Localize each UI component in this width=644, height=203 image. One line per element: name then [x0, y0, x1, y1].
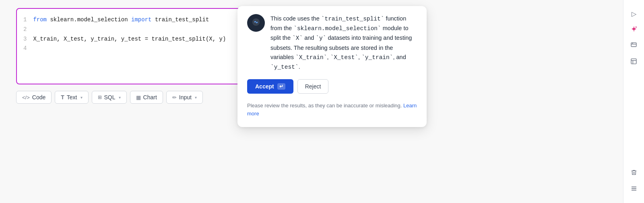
ai-avatar-icon	[252, 18, 260, 28]
line-number: 3	[23, 35, 27, 44]
comment-button[interactable]	[627, 39, 641, 53]
delete-button[interactable]	[627, 166, 641, 180]
reject-label: Reject	[305, 83, 321, 90]
chart-icon: ▦	[136, 94, 141, 100]
sql-chevron-icon: ▾	[119, 95, 121, 100]
line-number: 2	[23, 25, 27, 35]
play-icon: ▷	[632, 10, 636, 18]
sparkle-icon	[630, 25, 638, 34]
text-button-label: Text	[67, 94, 77, 100]
disclaimer-text: Please review the results, as they can b…	[247, 103, 402, 109]
accept-label: Accept	[255, 83, 274, 90]
text-button[interactable]: T Text ▾	[55, 91, 88, 104]
svg-rect-3	[631, 59, 636, 64]
code-view-button[interactable]	[627, 55, 641, 69]
ai-action-buttons: Accept ↵ Reject	[247, 79, 417, 94]
code-button-label: Code	[32, 94, 45, 100]
reject-button[interactable]: Reject	[297, 79, 329, 94]
input-button[interactable]: ✏ Input ▾	[166, 91, 203, 104]
main-content: 1 2 3 4 from sklearn.model_selection imp…	[0, 0, 623, 203]
accept-shortcut: ↵	[277, 83, 285, 90]
input-chevron-icon: ▾	[195, 95, 197, 100]
play-button[interactable]: ▷	[627, 6, 641, 21]
ai-description: This code uses the `train_test_split` fu…	[270, 14, 417, 72]
comment-icon	[630, 42, 637, 50]
ai-panel-header: This code uses the `train_test_split` fu…	[247, 14, 417, 72]
line-numbers: 1 2 3 4	[17, 15, 33, 77]
sql-icon: ⊞	[98, 94, 102, 100]
sql-button[interactable]: ⊞ SQL ▾	[92, 91, 127, 104]
keyword-from: from	[33, 16, 47, 23]
code-icon: </>	[22, 94, 30, 100]
ai-avatar	[247, 14, 265, 32]
input-button-label: Input	[179, 94, 192, 100]
ai-suggestion-panel: This code uses the `train_test_split` fu…	[237, 6, 427, 127]
accept-button[interactable]: Accept ↵	[247, 79, 293, 94]
line-number: 1	[23, 15, 27, 25]
code-button[interactable]: </> Code	[16, 91, 52, 104]
right-sidebar: ▷	[623, 0, 644, 203]
line-number: 4	[23, 44, 27, 53]
text-chevron-icon: ▾	[80, 95, 83, 100]
chart-button-label: Chart	[143, 94, 157, 100]
delete-icon	[631, 169, 637, 177]
keyword-import: import	[131, 16, 151, 23]
ai-sparkle-button[interactable]	[627, 23, 641, 37]
ai-disclaimer: Please review the results, as they can b…	[247, 102, 417, 117]
text-icon: T	[61, 94, 64, 100]
menu-icon	[631, 185, 637, 193]
menu-button[interactable]	[627, 182, 641, 197]
code-view-icon	[630, 58, 637, 66]
chart-button[interactable]: ▦ Chart	[130, 91, 163, 104]
svg-rect-0	[631, 43, 636, 47]
input-icon: ✏	[172, 94, 177, 100]
sql-button-label: SQL	[104, 94, 116, 100]
